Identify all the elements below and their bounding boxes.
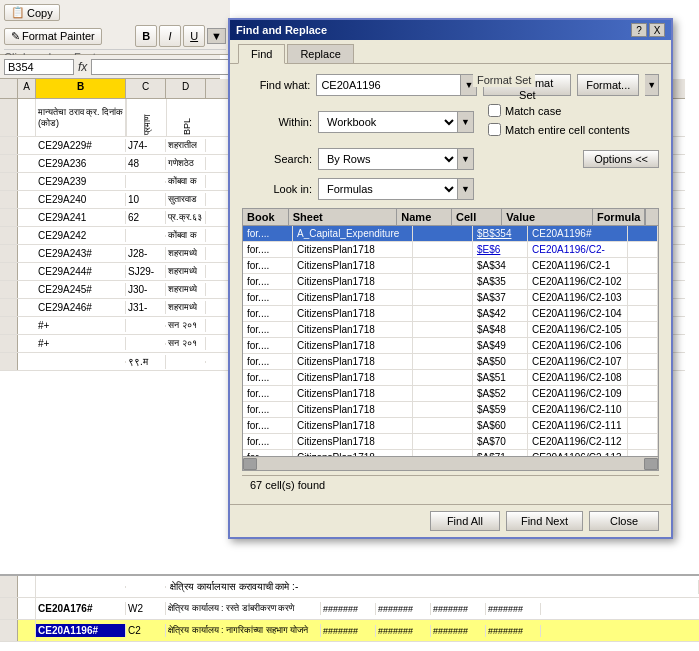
tab-replace[interactable]: Replace <box>287 44 353 63</box>
search-row: Search: By Rows By Columns ▼ Options << <box>242 148 659 170</box>
result-row[interactable]: for.... CitizensPlan1718 $A$50 CE20A1196… <box>243 354 658 370</box>
toolbar: 📋 Copy ✎ Format Painter B I U ▼ Clipboar… <box>0 0 230 55</box>
status-text: 67 cell(s) found <box>250 479 325 491</box>
col-b-header: B <box>36 79 126 98</box>
match-cell-row: Match entire cell contents <box>488 123 630 136</box>
find-what-row: Find what: ▼ No Format Set Format... ▼ <box>242 74 659 96</box>
col-formula[interactable]: Formula <box>593 209 645 225</box>
col-headers: A B C D <box>0 79 230 99</box>
dialog-footer: Find All Find Next Close <box>230 504 671 537</box>
result-row[interactable]: for.... CitizensPlan1718 $E$6 CE20A1196/… <box>243 242 658 258</box>
table-row: CE29A239 कोंबवा क <box>0 173 230 191</box>
look-in-select[interactable]: Formulas Values Comments <box>318 178 458 200</box>
look-in-combo: Formulas Values Comments ▼ <box>318 178 474 200</box>
bottom-area: क्षेत्रिय कार्यालयास करावयाची कामे :- CE… <box>0 574 699 651</box>
search-select[interactable]: By Rows By Columns <box>318 148 458 170</box>
col-a-header: A <box>18 79 36 98</box>
table-row: मान्यतेचा ठराव क्र. दिनांक (कोड) प्रमाण … <box>0 99 230 137</box>
options-button[interactable]: Options << <box>583 150 659 168</box>
format-dropdown-button[interactable]: ▼ <box>645 74 659 96</box>
look-in-arrow[interactable]: ▼ <box>458 178 474 200</box>
find-replace-dialog: Find and Replace ? X Find Replace Find w… <box>228 18 673 539</box>
result-row[interactable]: for.... CitizensPlan1718 $A$70 CE20A1196… <box>243 434 658 450</box>
table-row: CE29A245# J30- शहरामध्ये <box>0 281 230 299</box>
look-in-label: Look in: <box>242 183 312 195</box>
within-combo: Workbook Sheet ▼ <box>318 111 474 133</box>
match-case-checkbox[interactable] <box>488 104 501 117</box>
table-row: #+ सन २०१ <box>0 317 230 335</box>
col-name[interactable]: Name <box>397 209 452 225</box>
result-row[interactable]: for.... CitizensPlan1718 $A$34 CE20A1196… <box>243 258 658 274</box>
tab-find[interactable]: Find <box>238 44 285 64</box>
col-book[interactable]: Book <box>243 209 289 225</box>
row-num-header <box>0 79 18 98</box>
find-what-input[interactable] <box>316 74 461 96</box>
result-row[interactable]: for.... A_Capital_Expenditure $B$354 CE2… <box>243 226 658 242</box>
dialog-title-bar[interactable]: Find and Replace ? X <box>230 20 671 40</box>
copy-button[interactable]: 📋 Copy <box>4 4 60 21</box>
result-row[interactable]: for.... CitizensPlan1718 $A$42 CE20A1196… <box>243 306 658 322</box>
dialog-help-button[interactable]: ? <box>631 23 647 37</box>
results-scrollbar-h[interactable] <box>243 456 658 470</box>
format-painter-button[interactable]: ✎ Format Painter <box>4 28 102 45</box>
copy-label: Copy <box>27 7 53 19</box>
find-what-combo: ▼ <box>316 74 477 96</box>
close-button[interactable]: Close <box>589 511 659 531</box>
format-set-label: Format Set <box>473 73 535 87</box>
table-row: CE29A240 10 सुतारवाड <box>0 191 230 209</box>
result-row[interactable]: for.... CitizensPlan1718 $A$60 CE20A1196… <box>243 418 658 434</box>
find-all-button[interactable]: Find All <box>430 511 500 531</box>
format-button[interactable]: Format... <box>577 74 639 96</box>
match-case-row: Match case <box>488 104 630 117</box>
find-next-button[interactable]: Find Next <box>506 511 583 531</box>
copy-icon: 📋 <box>11 6 25 19</box>
italic-button[interactable]: I <box>159 25 181 47</box>
status-bar: 67 cell(s) found <box>242 475 659 494</box>
spreadsheet-body: मान्यतेचा ठराव क्र. दिनांक (कोड) प्रमाण … <box>0 99 230 574</box>
dialog-tabs: Find Replace <box>230 40 671 64</box>
result-row[interactable]: for.... CitizensPlan1718 $A$37 CE20A1196… <box>243 290 658 306</box>
col-sheet[interactable]: Sheet <box>289 209 398 225</box>
table-row: CE20A176# W2 क्षेत्रिय कार्यालय : रस्ते … <box>0 598 699 620</box>
dialog-title-text: Find and Replace <box>236 24 327 36</box>
look-in-row: Look in: Formulas Values Comments ▼ <box>242 178 659 200</box>
col-d-header: D <box>166 79 206 98</box>
dialog-body: Find what: ▼ No Format Set Format... ▼ W… <box>230 64 671 504</box>
within-row: Within: Workbook Sheet ▼ Match case Matc… <box>242 104 659 140</box>
bold-button[interactable]: B <box>135 25 157 47</box>
name-box[interactable] <box>4 59 74 75</box>
match-cell-label: Match entire cell contents <box>505 124 630 136</box>
results-header: Book Sheet Name Cell Value Formula <box>243 209 658 226</box>
result-row[interactable]: for.... CitizensPlan1718 $A$48 CE20A1196… <box>243 322 658 338</box>
results-body[interactable]: for.... A_Capital_Expenditure $B$354 CE2… <box>243 226 658 456</box>
result-row[interactable]: for.... CitizensPlan1718 $A$52 CE20A1196… <box>243 386 658 402</box>
table-row: CE29A241 62 प्र.क्र.६३ <box>0 209 230 227</box>
within-arrow[interactable]: ▼ <box>458 111 474 133</box>
format-painter-icon: ✎ <box>11 30 20 43</box>
underline-button[interactable]: U <box>183 25 205 47</box>
table-row: CE29A243# J28- शहरामध्ये <box>0 245 230 263</box>
dialog-close-title-button[interactable]: X <box>649 23 665 37</box>
within-select[interactable]: Workbook Sheet <box>318 111 458 133</box>
search-arrow[interactable]: ▼ <box>458 148 474 170</box>
formula-input[interactable] <box>91 59 237 75</box>
table-row: CE29A236 48 गणेशठेठ <box>0 155 230 173</box>
result-row[interactable]: for.... CitizensPlan1718 $A$35 CE20A1196… <box>243 274 658 290</box>
within-label: Within: <box>242 116 312 128</box>
result-row[interactable]: for.... CitizensPlan1718 $A$51 CE20A1196… <box>243 370 658 386</box>
col-cell[interactable]: Cell <box>452 209 502 225</box>
result-row[interactable]: for.... CitizensPlan1718 $A$49 CE20A1196… <box>243 338 658 354</box>
table-row: CE29A246# J31- शहरामध्ये <box>0 299 230 317</box>
search-combo: By Rows By Columns ▼ <box>318 148 474 170</box>
col-c-header: C <box>126 79 166 98</box>
format-painter-label: Format Painter <box>22 30 95 42</box>
font-dropdown-arrow[interactable]: ▼ <box>207 28 226 44</box>
match-case-label: Match case <box>505 105 561 117</box>
table-row: CE29A244# SJ29- शहरामध्ये <box>0 263 230 281</box>
result-row[interactable]: for.... CitizensPlan1718 $A$59 CE20A1196… <box>243 402 658 418</box>
fx-symbol: fx <box>78 60 87 74</box>
match-cell-checkbox[interactable] <box>488 123 501 136</box>
results-table: Book Sheet Name Cell Value Formula for..… <box>242 208 659 471</box>
col-value[interactable]: Value <box>502 209 593 225</box>
result-row[interactable]: for.... CitizensPlan1718 $A$71 CE20A1196… <box>243 450 658 456</box>
